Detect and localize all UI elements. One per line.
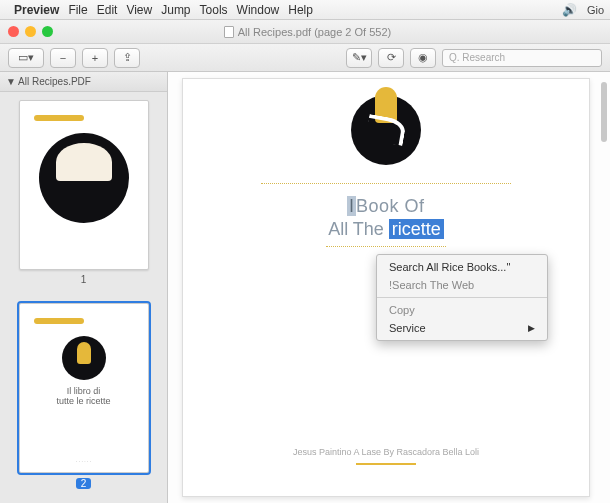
thumbnail-page-2[interactable]: Il libro ditutte le ricette · · · · · · [19,303,149,473]
selected-text[interactable]: ricette [389,219,444,239]
thumbnail-page-1[interactable] [19,100,149,270]
view-mode-button[interactable]: ▭▾ [8,48,44,68]
toolbar: ▭▾ − + ⇪ ✎▾ ⟳ ◉ Q. Research [0,44,610,72]
app-name[interactable]: Preview [14,3,59,17]
window-titlebar: All Recipes.pdf (page 2 Of 552) [0,20,610,44]
search-input[interactable]: Q. Research [442,49,602,67]
zoom-out-icon: − [60,52,66,64]
annotate-button[interactable]: ◉ [410,48,436,68]
marker-icon: ◉ [418,51,428,64]
document-view[interactable]: lBook Of All The ricette Jesus Paintino … [168,72,610,503]
thumbnail-label: 2 [76,478,92,489]
footer-credit: Jesus Paintino A Lase By Rascadora Bella… [223,447,549,457]
document-icon [224,26,234,38]
menu-jump[interactable]: Jump [161,3,190,17]
menubar: Preview File Edit View Jump Tools Window… [0,0,610,20]
menu-copy[interactable]: Copy [377,301,547,319]
share-button[interactable]: ⇪ [114,48,140,68]
clock-label: Gio [587,4,604,16]
volume-icon[interactable]: 🔊 [562,3,577,17]
menu-view[interactable]: View [126,3,152,17]
rotate-icon: ⟳ [387,51,396,64]
menu-separator [377,297,547,298]
window-title: All Recipes.pdf (page 2 Of 552) [238,26,391,38]
scrollbar-thumb[interactable] [601,82,607,142]
pencil-icon: ✎▾ [352,51,367,64]
menu-search-books[interactable]: Search All Rice Books..." [377,258,547,276]
cover-logo [351,95,421,165]
book-title: lBook Of All The ricette [223,196,549,240]
minimize-button[interactable] [25,26,36,37]
submenu-arrow-icon: ▶ [528,323,535,333]
search-placeholder: Q. Research [449,52,505,63]
rotate-button[interactable]: ⟳ [378,48,404,68]
thumbnail-list[interactable]: 1 Il libro ditutte le ricette · · · · · … [0,92,167,503]
sidebar: ▼ All Recipes.PDF 1 Il libro ditutte le … [0,72,168,503]
share-icon: ⇪ [123,51,132,64]
thumbnail-label: 1 [8,274,159,285]
menu-window[interactable]: Window [237,3,280,17]
zoom-button[interactable] [42,26,53,37]
menu-search-web[interactable]: !Search The Web [377,276,547,294]
zoom-out-button[interactable]: − [50,48,76,68]
traffic-lights [8,26,53,37]
menu-tools[interactable]: Tools [200,3,228,17]
menu-help[interactable]: Help [288,3,313,17]
menu-file[interactable]: File [68,3,87,17]
zoom-in-button[interactable]: + [82,48,108,68]
sidebar-title[interactable]: ▼ All Recipes.PDF [0,72,167,92]
menu-edit[interactable]: Edit [97,3,118,17]
menu-service[interactable]: Service▶ [377,319,547,337]
context-menu: Search All Rice Books..." !Search The We… [376,254,548,341]
zoom-in-icon: + [92,52,98,64]
close-button[interactable] [8,26,19,37]
markup-button[interactable]: ✎▾ [346,48,372,68]
